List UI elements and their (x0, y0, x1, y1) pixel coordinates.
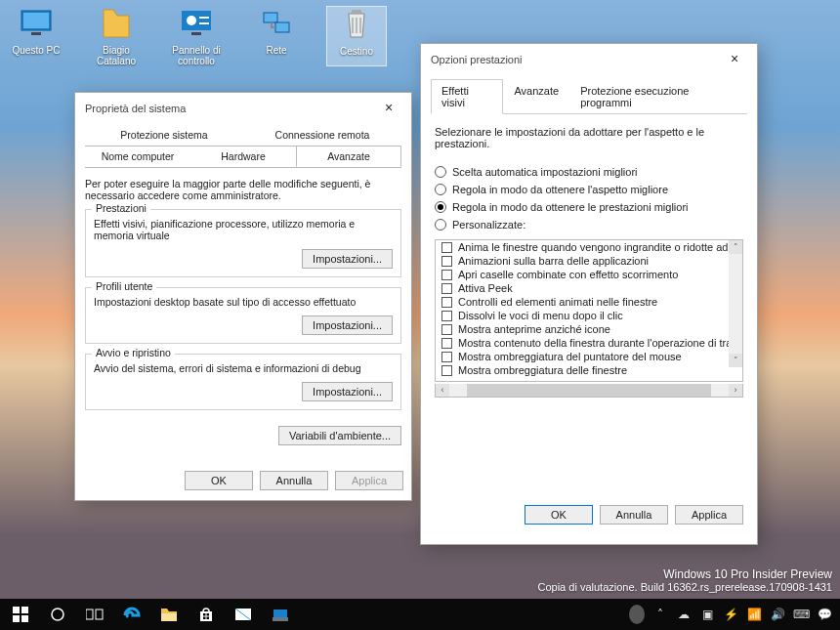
taskbar: ˄ ☁ ▣ ⚡ 📶 🔊 ⌨ 💬 (0, 599, 840, 630)
desktop-icon-user[interactable]: Biagio Catalano (86, 6, 147, 66)
cancel-button[interactable]: Annulla (600, 505, 668, 525)
group-legend: Profili utente (92, 280, 156, 292)
task-view-icon[interactable] (78, 599, 111, 630)
window-performance-options: Opzioni prestazioni × Effetti visivi Ava… (420, 43, 758, 545)
check-option-3[interactable]: Attiva Peek (436, 281, 729, 295)
close-icon[interactable]: × (376, 99, 401, 118)
tab-protection[interactable]: Protezione sistema (85, 124, 243, 146)
tab-advanced[interactable]: Avanzate (503, 79, 569, 113)
group-startup: Avvio e ripristino Avvio del sistema, er… (85, 354, 401, 410)
check-label: Mostra anteprime anziché icone (458, 323, 610, 335)
check-option-7[interactable]: Mostra contenuto della finestra durante … (436, 336, 729, 350)
desktop-icon-label: Pannello di controllo (172, 45, 220, 66)
radio-option-0[interactable]: Scelta automatica impostazioni migliori (435, 163, 743, 181)
onedrive-icon[interactable]: ☁ (676, 607, 692, 622)
taskbar-app-1[interactable] (227, 599, 260, 630)
env-variables-button[interactable]: Variabili d'ambiente... (278, 426, 401, 445)
tab-dep[interactable]: Protezione esecuzione programmi (569, 79, 747, 113)
titlebar[interactable]: Proprietà del sistema × (75, 93, 411, 124)
check-label: Mostra ombreggiatura del puntatore del m… (458, 351, 682, 362)
store-icon[interactable] (189, 599, 223, 630)
watermark-line2: Copia di valutazione. Build 16362.rs_pre… (538, 581, 833, 593)
apply-button[interactable]: Applica (335, 471, 403, 490)
svg-rect-14 (21, 615, 28, 622)
checkbox-icon (441, 256, 452, 267)
check-option-2[interactable]: Apri caselle combinate con effetto scorr… (436, 268, 729, 281)
volume-icon[interactable]: 🔊 (770, 607, 785, 622)
explorer-icon[interactable] (152, 599, 186, 630)
group-legend: Avvio e ripristino (92, 347, 175, 358)
check-option-0[interactable]: Anima le finestre quando vengono ingrand… (436, 240, 729, 254)
svg-point-4 (187, 16, 196, 25)
desktop-icon-label: Rete (266, 45, 286, 56)
defender-icon[interactable]: ▣ (699, 607, 715, 622)
checkbox-icon (441, 270, 452, 280)
radio-option-2[interactable]: Regola in modo da ottenere le prestazion… (435, 198, 743, 216)
scroll-right-icon[interactable]: › (729, 384, 742, 397)
cortana-icon[interactable] (41, 599, 74, 630)
scroll-left-icon[interactable]: ‹ (436, 384, 449, 397)
titlebar[interactable]: Opzioni prestazioni × (421, 44, 757, 75)
horizontal-scrollbar[interactable]: ‹ › (435, 384, 743, 398)
desktop-icon-this-pc[interactable]: Questo PC (6, 6, 66, 66)
radio-label: Regola in modo da ottenere l'aspetto mig… (452, 184, 668, 195)
desktop-icon-recycle-bin[interactable]: Cestino (326, 6, 387, 66)
taskbar-app-2[interactable] (264, 599, 297, 630)
ok-button[interactable]: OK (185, 471, 253, 490)
edge-icon[interactable] (115, 599, 148, 630)
apply-button[interactable]: Applica (675, 505, 743, 525)
ok-button[interactable]: OK (525, 505, 593, 525)
tray-chevron-icon[interactable]: ˄ (652, 607, 668, 622)
people-icon[interactable] (629, 607, 645, 622)
svg-rect-8 (264, 13, 277, 22)
watermark-line1: Windows 10 Pro Insider Preview (538, 567, 833, 581)
start-button[interactable] (4, 599, 37, 630)
watermark: Windows 10 Pro Insider Preview Copia di … (538, 567, 833, 593)
svg-rect-13 (13, 615, 20, 622)
radio-option-1[interactable]: Regola in modo da ottenere l'aspetto mig… (435, 181, 743, 198)
svg-rect-5 (199, 17, 209, 19)
close-icon[interactable]: × (722, 50, 747, 69)
tab-hardware[interactable]: Hardware (190, 146, 296, 167)
check-option-6[interactable]: Mostra anteprime anziché icone (436, 322, 729, 336)
tab-computer-name[interactable]: Nome computer (85, 146, 190, 167)
tab-advanced[interactable]: Avanzate (296, 146, 401, 167)
check-option-8[interactable]: Mostra ombreggiatura del puntatore del m… (436, 350, 729, 363)
scroll-down-icon[interactable]: ˅ (729, 354, 742, 367)
svg-rect-17 (96, 609, 103, 619)
check-label: Animazioni sulla barra delle applicazion… (458, 255, 649, 267)
svg-rect-1 (23, 13, 49, 28)
check-option-5[interactable]: Dissolvi le voci di menu dopo il clic (436, 309, 729, 322)
group-legend: Prestazioni (92, 202, 150, 214)
svg-rect-9 (275, 22, 289, 32)
keyboard-icon[interactable]: ⌨ (793, 607, 809, 622)
dialog-footer: OK Annulla Applica (75, 471, 411, 500)
settings-button-startup[interactable]: Impostazioni... (302, 382, 393, 401)
window-title: Opzioni prestazioni (431, 54, 523, 65)
tab-visual-effects[interactable]: Effetti visivi (431, 79, 503, 114)
action-center-icon[interactable]: 💬 (817, 607, 832, 622)
check-option-9[interactable]: Mostra ombreggiatura delle finestre (436, 363, 729, 377)
cancel-button[interactable]: Annulla (260, 471, 328, 490)
check-option-4[interactable]: Controlli ed elementi animati nelle fine… (436, 295, 729, 309)
scroll-thumb[interactable] (467, 384, 711, 397)
radio-icon (435, 219, 446, 231)
scroll-up-icon[interactable]: ˄ (729, 240, 742, 254)
settings-button-performance[interactable]: Impostazioni... (302, 249, 393, 269)
radio-icon (435, 201, 446, 213)
check-option-1[interactable]: Animazioni sulla barra delle applicazion… (436, 254, 729, 268)
svg-rect-16 (86, 609, 93, 619)
desktop-icon-control-panel[interactable]: Pannello di controllo (166, 6, 227, 66)
desktop-icons: Questo PC Biagio Catalano Pannello di co… (6, 6, 387, 66)
vertical-scrollbar[interactable]: ˄ ˅ (729, 240, 742, 367)
network-icon[interactable]: 📶 (746, 607, 762, 622)
power-icon[interactable]: ⚡ (723, 607, 738, 622)
tab-remote[interactable]: Connessione remota (243, 124, 401, 146)
settings-button-profiles[interactable]: Impostazioni... (302, 315, 393, 335)
check-label: Mostra contenuto della finestra durante … (458, 337, 743, 349)
desktop-icon-network[interactable]: Rete (246, 6, 307, 66)
radio-option-3[interactable]: Personalizzate: (435, 216, 743, 233)
checkbox-icon (441, 242, 452, 253)
checkbox-icon (441, 311, 452, 321)
svg-rect-19 (200, 611, 212, 621)
